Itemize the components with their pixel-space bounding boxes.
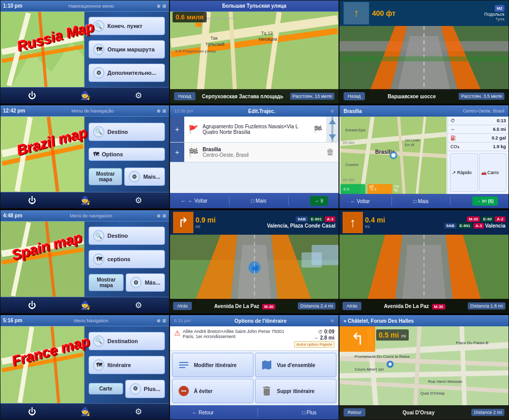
brazil-show-map[interactable]: Mostrar mapa [89,168,122,185]
brazil-route-ir[interactable]: → Ir [310,196,328,206]
brasilia-ir[interactable]: → Ir! (5) [472,197,498,206]
spain-settings-icon[interactable]: ⚙ [135,300,142,310]
russia-nav-dist-badge: Расстоян. 13 миля [290,93,334,100]
spain-city2: Valencia [485,223,505,229]
france-overview-btn[interactable]: Vue d'ensemble [255,353,336,377]
spain-back2[interactable]: Atrás [343,302,361,310]
spain-btn-dest[interactable]: 🔍 Destino [89,227,165,245]
france-carte[interactable]: Carte [89,383,123,395]
brazil-route-back[interactable]: ← ← Voltar [181,198,207,204]
svg-text:Um Leste: Um Leste [405,138,419,142]
france-btn-more-label: Plus... [144,386,160,392]
svg-text:gal: gal [369,184,374,188]
brazil-add-btn2[interactable]: + [170,143,184,162]
brazil-route-list: + 🚩 Agrupamento Dos Fuzileiros Navais×Vi… [170,117,338,193]
chatelet-back[interactable]: Retour [344,408,365,416]
france-options-time: 5:15 pm [174,318,191,323]
spain-btn-more[interactable]: ⚙ Más... [126,273,165,292]
france-btn-itin[interactable]: 🗺 Itinéraire [89,356,165,374]
spain-power-icon[interactable]: ⏻ [28,301,36,310]
france-btn-more[interactable]: ⚙ Plus... [125,380,165,398]
france-menu-title: Menu Navigation [25,318,157,323]
power-icon[interactable]: ⏻ [28,91,36,100]
russia-map-center: Большая Тульская улица Так Тульский Тц 1… [169,0,339,104]
france-power-icon[interactable]: ⏻ [28,407,36,416]
svg-text:kg: kg [394,188,398,192]
brazil-wizard-icon[interactable]: 🧙 [80,195,91,205]
brazil-power-icon[interactable]: ⏻ [28,196,36,205]
spain-nav-dist1: 0.9 mi [195,216,216,224]
russia-btn-route[interactable]: 🗺 Опции маршрута [89,40,165,59]
brasilia-back[interactable]: ← Voltar [350,199,370,204]
spain-nav-dist2: 0.4 mi [365,216,385,224]
brasilia-time-val: 0:13 [497,118,506,123]
svg-text:Тульский: Тульский [206,42,224,47]
france-settings-icon[interactable]: ⚙ [135,407,142,416]
russia-btn-more[interactable]: ⚙ Дополнительно... [89,64,165,82]
russia-btn-dest[interactable]: 🔍 Конеч. пункт [89,17,165,35]
brazil-topbar: 12:42 pm Menu de Navegação ⊗⊞ [1,105,169,117]
brazil-route-city: Brasília [203,147,322,152]
france-modify-btn[interactable]: Modifier itinéraire [172,353,253,377]
russia-instr-dist: 400 фт [372,9,395,17]
spain-e90-tag: E-90 [481,216,494,222]
brasilia-speed-label: Rápido [457,170,472,175]
brasilia-stat-time: ⏱ 0:13 [448,117,508,125]
chatelet-bottom: Retour Quai D'Orsay Distance 2 mi [340,405,508,419]
wizard-icon[interactable]: 🧙 [80,91,91,100]
spain-dist-box2: 0.4 mi mi [365,216,385,229]
spain-time: 4:48 pm [3,213,22,218]
russia-nav-back[interactable]: Назад [344,92,365,100]
svg-marker-34 [329,119,336,124]
spain-tag1: 9AB [296,216,308,222]
france-topbar-icons: ⊗⊞ [157,318,166,323]
france-carte-label: Carte [99,386,112,391]
russia-nav2-street: Варшавское шоссе [368,94,456,99]
brazil-route-item2-text: Brasília Centro-Oeste, Brasil [203,147,322,158]
russia-map-top: Большая Тульская улица [170,1,338,12]
brasilia-fuel-val: 0.2 gal [492,135,506,141]
brasilia-mais[interactable]: □ Mais [413,199,429,204]
brasilia-vehicle-stats: ↗ Rápido 🚗 Carro [448,151,508,194]
brazil-settings-icon[interactable]: ⚙ [135,195,142,205]
spain-road-tags2: M-30 E-90 A-2 [467,216,505,222]
brazil-add-btn[interactable]: + [170,117,184,142]
brazil-more-icon: ⚙ [129,171,140,182]
spain-m30-tag3: M-30 [432,304,445,310]
france-time-stat: ⏱ [318,329,323,334]
brazil-btn-dest[interactable]: 🔍 Destino [89,123,165,141]
france-topbar: 5:16 pm Menu Navigation ⊗⊞ [1,315,169,326]
brazil-route-trash[interactable]: 🗑 [326,148,334,157]
brazil-route-header: 12:36 pm Edit.Trajec. ⊗ [170,105,338,117]
spain-nav2-bottom: Atrás Avenida De La Paz M-30 Distancia 1… [340,299,508,313]
brazil-btn-options[interactable]: 🗺 Options [89,148,165,161]
spain-bottom-bar: ⏻ 🧙 ⚙ [1,297,169,313]
spain-turn-arrow: ↱ [173,212,193,233]
france-wizard-icon[interactable]: 🧙 [80,407,91,416]
spain-m30-tag: M-30 [262,304,275,310]
france-retour[interactable]: ← Retour [192,410,214,415]
france-btn-dest[interactable]: 🔍 Destination [89,332,165,350]
russia-map-preview [1,12,84,87]
settings-icon[interactable]: ⚙ [135,91,142,100]
russia-back-btn[interactable]: Назад [174,92,195,100]
spain-back1[interactable]: Atrás [173,302,192,310]
spain-menu-items: 🔍 Destino 🗺 ceptions Mostrar mapa ⚙ Más.… [84,221,169,297]
brasilia-stats: ⏱ 0:13 ↔ 6.5 mi ⛽ 0.2 gal CO₂ 1.9 kg ↗ R… [447,117,508,194]
brazil-btn-more[interactable]: ⚙ Mais... [124,167,165,186]
spain-show-map[interactable]: Mostrar mapa [89,274,124,291]
france-options-cell: 5:15 pm Options de l'itinéraire ⊗ ⚠ Allé… [169,315,339,420]
france-route-info: ⚠ Allée André Breton×Allée Saint-John Pe… [174,329,334,348]
france-avoid-btn[interactable]: À éviter [172,379,253,403]
spain-wizard-icon[interactable]: 🧙 [80,300,91,310]
spain-btn-dest-label: Destino [107,233,128,239]
france-modify-label: Modifier itinéraire [194,362,237,368]
brazil-route-mais[interactable]: □ Mais [251,198,266,204]
france-plus[interactable]: □ Plus [302,410,317,415]
brazil-show-map-label: Mostrar mapa [96,171,115,182]
france-time-val: 0:09 [324,329,334,334]
spain-btn-more-label: Más... [145,279,160,286]
spain-btn-options[interactable]: 🗺 ceptions [89,250,165,268]
france-delete-btn[interactable]: Suppr itinéraire [255,379,336,403]
brazil-route-flag-end: 🏁 [314,125,322,133]
